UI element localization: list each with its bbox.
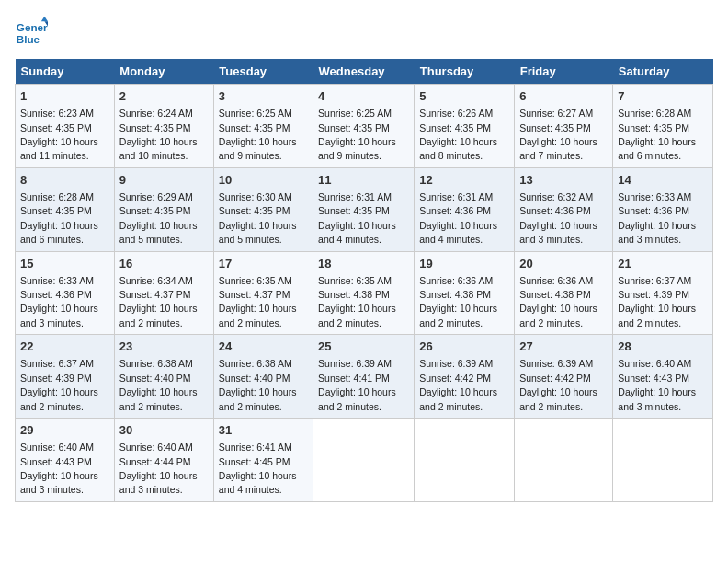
day-info: Sunrise: 6:39 AMSunset: 4:42 PMDaylight:…: [519, 358, 597, 411]
day-number: 10: [219, 172, 308, 189]
calendar-cell: 6Sunrise: 6:27 AMSunset: 4:35 PMDaylight…: [515, 85, 613, 168]
day-number: 12: [419, 172, 509, 189]
calendar-cell: 7Sunrise: 6:28 AMSunset: 4:35 PMDaylight…: [613, 85, 713, 168]
day-info: Sunrise: 6:27 AMSunset: 4:35 PMDaylight:…: [519, 108, 597, 161]
day-number: 27: [519, 339, 608, 355]
day-number: 21: [618, 256, 708, 272]
calendar-cell: 12Sunrise: 6:31 AMSunset: 4:36 PMDayligh…: [415, 167, 515, 251]
calendar-cell: 26Sunrise: 6:39 AMSunset: 4:42 PMDayligh…: [415, 335, 515, 419]
day-number: 17: [219, 256, 308, 272]
day-info: Sunrise: 6:39 AMSunset: 4:42 PMDaylight:…: [419, 358, 497, 411]
day-number: 23: [119, 339, 209, 355]
day-number: 4: [318, 88, 409, 105]
calendar-cell: 13Sunrise: 6:32 AMSunset: 4:36 PMDayligh…: [515, 167, 613, 251]
header-monday: Monday: [114, 59, 213, 85]
day-number: 16: [119, 256, 209, 272]
day-number: 28: [618, 339, 708, 355]
calendar-cell: 15Sunrise: 6:33 AMSunset: 4:36 PMDayligh…: [16, 251, 115, 335]
calendar-header-row: SundayMondayTuesdayWednesdayThursdayFrid…: [16, 59, 713, 85]
day-number: 13: [519, 172, 608, 189]
day-info: Sunrise: 6:25 AMSunset: 4:35 PMDaylight:…: [318, 108, 396, 161]
calendar-cell: 23Sunrise: 6:38 AMSunset: 4:40 PMDayligh…: [114, 335, 213, 419]
calendar-cell: 14Sunrise: 6:33 AMSunset: 4:36 PMDayligh…: [613, 167, 713, 251]
calendar-cell: 8Sunrise: 6:28 AMSunset: 4:35 PMDaylight…: [16, 167, 115, 251]
calendar-cell: 1Sunrise: 6:23 AMSunset: 4:35 PMDaylight…: [16, 85, 115, 168]
calendar-week-row: 22Sunrise: 6:37 AMSunset: 4:39 PMDayligh…: [16, 335, 713, 419]
day-number: 8: [20, 172, 109, 189]
day-number: 2: [119, 88, 209, 105]
day-info: Sunrise: 6:33 AMSunset: 4:36 PMDaylight:…: [618, 191, 696, 245]
calendar-cell: 25Sunrise: 6:39 AMSunset: 4:41 PMDayligh…: [313, 335, 415, 419]
page-header: General Blue: [15, 15, 713, 48]
calendar-week-row: 1Sunrise: 6:23 AMSunset: 4:35 PMDaylight…: [16, 85, 713, 168]
day-number: 24: [219, 339, 308, 355]
day-number: 30: [119, 422, 209, 439]
calendar-cell: 29Sunrise: 6:40 AMSunset: 4:43 PMDayligh…: [16, 419, 115, 502]
calendar-cell: 31Sunrise: 6:41 AMSunset: 4:45 PMDayligh…: [213, 419, 313, 502]
svg-text:General: General: [17, 21, 48, 33]
day-number: 11: [318, 172, 409, 189]
day-info: Sunrise: 6:34 AMSunset: 4:37 PMDaylight:…: [119, 275, 198, 328]
day-number: 6: [519, 88, 608, 105]
calendar-week-row: 29Sunrise: 6:40 AMSunset: 4:43 PMDayligh…: [16, 419, 713, 502]
day-info: Sunrise: 6:30 AMSunset: 4:35 PMDaylight:…: [219, 191, 297, 245]
calendar-cell: 2Sunrise: 6:24 AMSunset: 4:35 PMDaylight…: [114, 85, 213, 168]
calendar-cell: 30Sunrise: 6:40 AMSunset: 4:44 PMDayligh…: [114, 419, 213, 502]
day-info: Sunrise: 6:28 AMSunset: 4:35 PMDaylight:…: [618, 108, 696, 161]
day-info: Sunrise: 6:28 AMSunset: 4:35 PMDaylight:…: [20, 191, 98, 245]
day-number: 7: [618, 88, 708, 105]
calendar-cell: 17Sunrise: 6:35 AMSunset: 4:37 PMDayligh…: [213, 251, 313, 335]
calendar-cell: 10Sunrise: 6:30 AMSunset: 4:35 PMDayligh…: [213, 167, 313, 251]
day-info: Sunrise: 6:29 AMSunset: 4:35 PMDaylight:…: [119, 191, 198, 245]
day-info: Sunrise: 6:40 AMSunset: 4:43 PMDaylight:…: [20, 442, 98, 495]
calendar-cell: 4Sunrise: 6:25 AMSunset: 4:35 PMDaylight…: [313, 85, 415, 168]
day-info: Sunrise: 6:38 AMSunset: 4:40 PMDaylight:…: [119, 358, 198, 411]
calendar-cell: [313, 419, 415, 502]
calendar-cell: 28Sunrise: 6:40 AMSunset: 4:43 PMDayligh…: [613, 335, 713, 419]
day-number: 9: [119, 172, 209, 189]
day-info: Sunrise: 6:33 AMSunset: 4:36 PMDaylight:…: [20, 275, 98, 328]
header-sunday: Sunday: [16, 59, 115, 85]
day-info: Sunrise: 6:37 AMSunset: 4:39 PMDaylight:…: [20, 358, 98, 411]
day-number: 15: [20, 256, 109, 272]
day-number: 5: [419, 88, 509, 105]
svg-marker-2: [41, 17, 48, 21]
day-number: 26: [419, 339, 509, 355]
header-tuesday: Tuesday: [213, 59, 313, 85]
day-number: 29: [20, 422, 109, 439]
day-number: 25: [318, 339, 409, 355]
calendar-cell: 5Sunrise: 6:26 AMSunset: 4:35 PMDaylight…: [415, 85, 515, 168]
calendar-week-row: 8Sunrise: 6:28 AMSunset: 4:35 PMDaylight…: [16, 167, 713, 251]
day-info: Sunrise: 6:38 AMSunset: 4:40 PMDaylight:…: [219, 358, 297, 411]
header-saturday: Saturday: [613, 59, 713, 85]
day-info: Sunrise: 6:40 AMSunset: 4:43 PMDaylight:…: [618, 358, 696, 411]
day-info: Sunrise: 6:24 AMSunset: 4:35 PMDaylight:…: [119, 108, 198, 161]
day-number: 20: [519, 256, 608, 272]
day-number: 14: [618, 172, 708, 189]
day-info: Sunrise: 6:41 AMSunset: 4:45 PMDaylight:…: [219, 442, 297, 495]
day-info: Sunrise: 6:36 AMSunset: 4:38 PMDaylight:…: [419, 275, 497, 328]
header-friday: Friday: [515, 59, 613, 85]
day-number: 3: [219, 88, 308, 105]
calendar-cell: 27Sunrise: 6:39 AMSunset: 4:42 PMDayligh…: [515, 335, 613, 419]
logo: General Blue: [15, 15, 51, 48]
calendar-cell: 19Sunrise: 6:36 AMSunset: 4:38 PMDayligh…: [415, 251, 515, 335]
logo-icon: General Blue: [15, 15, 48, 48]
day-number: 18: [318, 256, 409, 272]
calendar-cell: 20Sunrise: 6:36 AMSunset: 4:38 PMDayligh…: [515, 251, 613, 335]
day-number: 22: [20, 339, 109, 355]
day-info: Sunrise: 6:39 AMSunset: 4:41 PMDaylight:…: [318, 358, 396, 411]
calendar-week-row: 15Sunrise: 6:33 AMSunset: 4:36 PMDayligh…: [16, 251, 713, 335]
calendar-cell: 11Sunrise: 6:31 AMSunset: 4:35 PMDayligh…: [313, 167, 415, 251]
day-info: Sunrise: 6:25 AMSunset: 4:35 PMDaylight:…: [219, 108, 297, 161]
day-info: Sunrise: 6:32 AMSunset: 4:36 PMDaylight:…: [519, 191, 597, 245]
header-wednesday: Wednesday: [313, 59, 415, 85]
calendar-cell: 22Sunrise: 6:37 AMSunset: 4:39 PMDayligh…: [16, 335, 115, 419]
day-info: Sunrise: 6:23 AMSunset: 4:35 PMDaylight:…: [20, 108, 98, 161]
day-info: Sunrise: 6:35 AMSunset: 4:37 PMDaylight:…: [219, 275, 297, 328]
calendar-cell: 21Sunrise: 6:37 AMSunset: 4:39 PMDayligh…: [613, 251, 713, 335]
day-number: 1: [20, 88, 109, 105]
day-info: Sunrise: 6:35 AMSunset: 4:38 PMDaylight:…: [318, 275, 396, 328]
day-info: Sunrise: 6:36 AMSunset: 4:38 PMDaylight:…: [519, 275, 597, 328]
svg-text:Blue: Blue: [17, 33, 40, 45]
